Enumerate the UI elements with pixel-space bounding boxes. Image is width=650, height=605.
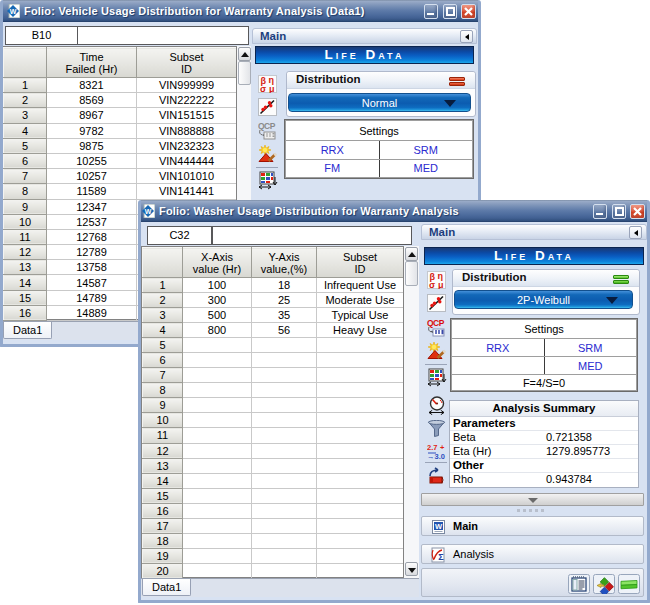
svg-text:σ: σ bbox=[260, 84, 266, 94]
svg-text:μ: μ bbox=[269, 84, 275, 93]
svg-text:W: W bbox=[145, 208, 152, 215]
svg-text:W: W bbox=[10, 8, 17, 15]
svg-text:→3.0: →3.0 bbox=[427, 452, 445, 460]
svg-text:2.7: 2.7 bbox=[427, 443, 437, 452]
svg-text:Σ: Σ bbox=[438, 552, 444, 562]
svg-text:W: W bbox=[435, 522, 443, 531]
svg-text:QCP: QCP bbox=[427, 318, 445, 328]
svg-text:QCP: QCP bbox=[258, 121, 276, 131]
svg-text:σ: σ bbox=[429, 280, 435, 290]
svg-text:+: + bbox=[440, 443, 445, 452]
svg-text:μ: μ bbox=[438, 280, 444, 289]
